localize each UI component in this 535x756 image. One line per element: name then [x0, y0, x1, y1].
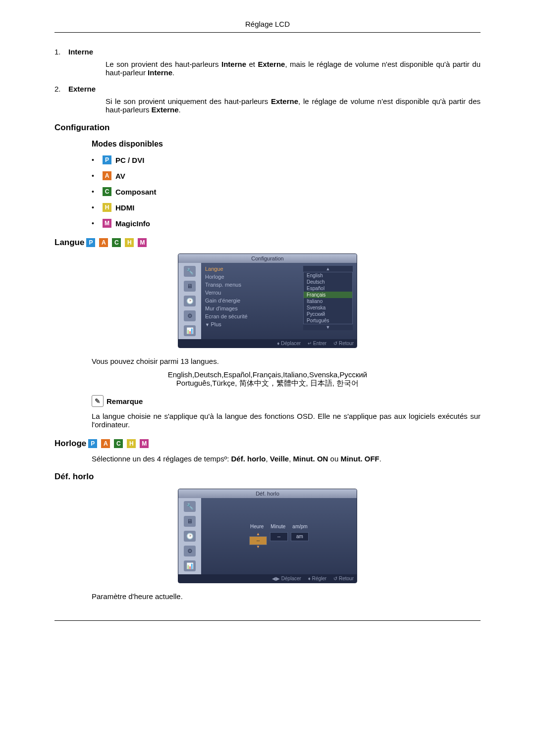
c-icon: C: [114, 439, 123, 448]
osd-langue-screenshot: Configuration 🔧 🖥 🕑 ⚙ 📊 Langue Horloge T…: [54, 253, 481, 348]
gear-icon: ⚙: [184, 546, 196, 556]
header-rule: [54, 32, 481, 33]
osd-title: Déf. horlo: [178, 489, 357, 498]
osd-lang-option: Español: [304, 285, 352, 292]
osd-side-icons: 🔧 🖥 🕑 ⚙ 📊: [178, 498, 201, 574]
list-body-interne: Le son provient des haut-parleurs Intern…: [106, 60, 481, 77]
osd-lang-option: Русский: [304, 311, 352, 317]
list-num-2: 2.: [54, 85, 68, 93]
osd-lang-option: Italiano: [304, 298, 352, 304]
h-icon: H: [127, 439, 136, 448]
tool-icon: 🔧: [184, 501, 196, 512]
osd-item-langue: Langue: [205, 266, 299, 272]
mode-label: MagicInfo: [115, 219, 150, 228]
a-icon: A: [99, 238, 108, 247]
col-heure: Heure: [250, 524, 264, 529]
heading-horloge-text: Horloge: [54, 439, 86, 449]
page: Réglage LCD 1. Interne Le son provient d…: [0, 0, 535, 655]
heading-langue: Langue P A C H M: [54, 238, 481, 248]
osd-item: Mur d'images: [205, 305, 299, 311]
remark-label: Remarque: [107, 397, 143, 405]
mode-label: PC / DVI: [115, 156, 144, 164]
mode-label: Composant: [115, 188, 157, 196]
list-num-1: 1.: [54, 48, 68, 56]
spin-ampm: am: [291, 532, 309, 541]
a-icon: A: [103, 171, 111, 180]
horloge-intro: Sélectionne un des 4 réglages de tempsº:…: [92, 454, 481, 463]
osd-lang-option: English: [304, 272, 352, 279]
monitor-icon: 🖥: [184, 281, 196, 292]
osd-lang-option: Português: [304, 317, 352, 324]
heading-modes: Modes disponibles: [92, 140, 481, 149]
note-icon: ✎: [92, 395, 104, 407]
mode-composant: • C Composant: [92, 187, 481, 196]
gear-icon: ⚙: [184, 310, 196, 321]
mode-pc-dvi: • P PC / DVI: [92, 155, 481, 164]
osd-menu-items: Langue Horloge Transp. menus Verrou Gain…: [205, 266, 299, 330]
tool-icon: 🔧: [184, 266, 196, 277]
remark-heading: ✎ Remarque: [92, 395, 481, 407]
defhorlo-body: Paramètre d'heure actuelle.: [92, 592, 481, 601]
h-icon: H: [103, 203, 111, 212]
spin-heure: --: [249, 536, 267, 545]
osd-lang-option: Svenska: [304, 304, 352, 311]
heading-def-horlo: Déf. horlo: [54, 472, 481, 482]
osd-clock-setter: Heure Minute am/pm ▲ -- ▼ --: [201, 498, 357, 574]
osd-item: Ecran de sécurité: [205, 313, 299, 319]
osd-item: Horloge: [205, 274, 299, 280]
c-icon: C: [103, 187, 111, 196]
osd-footer: ◀▶ Déplacer ♦ Régler ↺ Retour: [178, 574, 357, 583]
languages-list: English,Deutsch,Español,Français,Italian…: [54, 370, 481, 388]
osd-lang-option: Deutsch: [304, 279, 352, 285]
osd-language-dropdown: ▲ English Deutsch Español Français Itali…: [303, 266, 353, 330]
mode-av: • A AV: [92, 171, 481, 180]
osd-item: Verrou: [205, 290, 299, 296]
mode-label: AV: [115, 172, 125, 180]
p-icon: P: [86, 238, 95, 247]
mode-label: HDMI: [115, 203, 134, 212]
heading-horloge: Horloge P A C H M: [54, 439, 481, 449]
remark-body: La langue choisie ne s'applique qu'à la …: [92, 412, 481, 429]
modes-list: • P PC / DVI • A AV • C Composant • H HD…: [92, 155, 481, 228]
osd-defhorlo-screenshot: Déf. horlo 🔧 🖥 🕑 ⚙ 📊 Heure Minute am/pm: [54, 489, 481, 583]
speaker-list: 1. Interne Le son provient des haut-parl…: [54, 48, 481, 114]
h-icon: H: [125, 238, 134, 247]
osd-item-more: Plus: [205, 321, 299, 327]
osd-item: Transp. menus: [205, 282, 299, 288]
p-icon: P: [88, 439, 97, 448]
chart-icon: 📊: [184, 560, 196, 571]
c-icon: C: [112, 238, 121, 247]
osd-item: Gain d'énergie: [205, 298, 299, 303]
footer-rule: [54, 620, 481, 621]
list-label-externe: Externe: [68, 85, 96, 93]
clock-icon: 🕑: [184, 296, 196, 306]
m-icon: M: [138, 238, 147, 247]
col-minute: Minute: [270, 524, 285, 529]
clock-icon: 🕑: [184, 531, 196, 542]
list-body-externe: Si le son provient uniquement des haut-p…: [106, 97, 481, 114]
mode-magicinfo: • M MagicInfo: [92, 219, 481, 228]
col-ampm: am/pm: [292, 524, 308, 529]
m-icon: M: [103, 219, 111, 228]
osd-footer: ♦ Déplacer ↵ Entrer ↺ Retour: [178, 339, 357, 348]
osd-title: Configuration: [178, 254, 357, 263]
heading-configuration: Configuration: [54, 123, 481, 133]
p-icon: P: [103, 155, 111, 164]
spin-minute: --: [270, 532, 288, 541]
m-icon: M: [140, 439, 149, 448]
list-label-interne: Interne: [68, 48, 93, 56]
mode-hdmi: • H HDMI: [92, 203, 481, 212]
heading-langue-text: Langue: [54, 238, 84, 248]
page-header-title: Réglage LCD: [54, 20, 481, 32]
a-icon: A: [101, 439, 110, 448]
chart-icon: 📊: [184, 325, 196, 336]
osd-lang-option-selected: Français: [304, 292, 352, 298]
osd-side-icons: 🔧 🖥 🕑 ⚙ 📊: [178, 263, 201, 339]
langue-intro: Vous pouvez choisir parmi 13 langues.: [92, 357, 481, 365]
monitor-icon: 🖥: [184, 516, 196, 527]
